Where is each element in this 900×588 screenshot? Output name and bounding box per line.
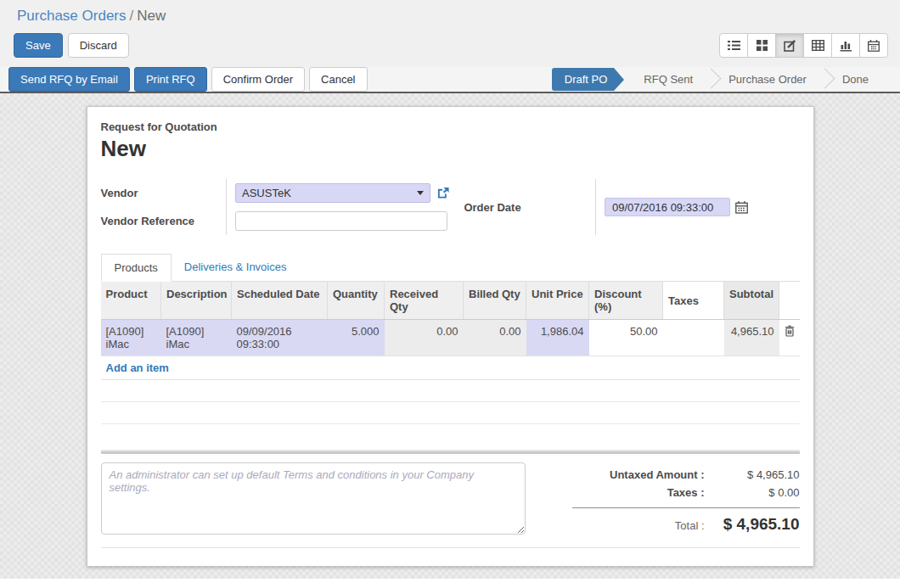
calendar-picker-button[interactable] xyxy=(735,201,748,214)
empty-line-row xyxy=(101,380,800,402)
cancel-button[interactable]: Cancel xyxy=(309,67,367,92)
confirm-order-button[interactable]: Confirm Order xyxy=(211,67,305,92)
cell-description[interactable]: [A1090] iMac xyxy=(161,320,232,356)
col-description: Description xyxy=(161,282,232,320)
add-an-item-link[interactable]: Add an item xyxy=(106,361,169,374)
vendor-label: Vendor xyxy=(101,179,227,207)
kanban-view-button[interactable] xyxy=(747,33,776,58)
kanban-view-icon xyxy=(757,40,768,51)
total-value: $ 4,965.10 xyxy=(705,515,800,534)
vendor-reference-label: Vendor Reference xyxy=(101,207,227,235)
order-date-label: Order Date xyxy=(464,179,595,235)
form-background: Request for Quotation New Vendor ASUSTeK xyxy=(0,93,900,579)
trash-icon xyxy=(785,325,795,337)
totals-separator xyxy=(101,450,800,454)
send-rfq-by-email-button[interactable]: Send RFQ by Email xyxy=(8,67,130,92)
calendar-view-button[interactable] xyxy=(859,33,888,58)
statusbar-step-draft-po[interactable]: Draft PO xyxy=(552,68,615,91)
total-label: Total : xyxy=(675,519,705,532)
col-unit-price: Unit Price xyxy=(526,282,589,320)
cell-quantity[interactable]: 5.000 xyxy=(328,320,385,356)
calendar-icon xyxy=(735,201,748,214)
statusbar: Draft PO RFQ Sent Purchase Order Done xyxy=(552,67,900,92)
list-view-icon xyxy=(728,40,740,51)
order-date-input[interactable] xyxy=(605,198,730,216)
untaxed-amount-label: Untaxed Amount : xyxy=(610,468,704,481)
col-product: Product xyxy=(101,282,161,320)
col-subtotal: Subtotal xyxy=(724,282,779,320)
taxes-total-label: Taxes : xyxy=(667,486,705,499)
graph-view-button[interactable] xyxy=(831,33,860,58)
print-rfq-button[interactable]: Print RFQ xyxy=(134,67,207,92)
tab-deliveries-invoices[interactable]: Deliveries & Invoices xyxy=(172,254,300,281)
view-switcher xyxy=(719,33,888,58)
add-item-row: Add an item xyxy=(101,356,800,380)
top-header: Purchase Orders/New Save Discard xyxy=(0,0,900,67)
breadcrumb-purchase-orders[interactable]: Purchase Orders xyxy=(17,8,127,24)
statusbar-step-done[interactable]: Done xyxy=(824,67,886,92)
vendor-reference-input[interactable] xyxy=(235,211,447,231)
calendar-view-icon xyxy=(868,40,880,52)
form-sheet: Request for Quotation New Vendor ASUSTeK xyxy=(87,106,814,567)
vendor-select-value: ASUSTeK xyxy=(242,187,291,199)
cell-product[interactable]: [A1090] iMac xyxy=(101,320,161,356)
toolbar: Save Discard xyxy=(0,26,900,67)
bottom-section: Untaxed Amount : $ 4,965.10 Taxes : $ 0.… xyxy=(101,462,800,536)
chevron-down-icon xyxy=(417,191,424,195)
vendor-select[interactable]: ASUSTeK xyxy=(235,183,430,203)
cell-scheduled-date[interactable]: 09/09/2016 09:33:00 xyxy=(232,320,328,356)
untaxed-amount-value: $ 4,965.10 xyxy=(705,468,800,481)
empty-line-row xyxy=(101,402,800,424)
cell-discount[interactable]: 50.00 xyxy=(589,320,663,356)
totals-panel: Untaxed Amount : $ 4,965.10 Taxes : $ 0.… xyxy=(572,462,800,536)
form-edit-icon xyxy=(784,39,796,52)
sheet-bottom-rule xyxy=(101,547,800,548)
cell-unit-price[interactable]: 1,986.04 xyxy=(526,320,589,356)
external-link-icon[interactable] xyxy=(436,187,450,199)
order-lines-table: Product Description Scheduled Date Quant… xyxy=(101,282,800,424)
delete-row-button[interactable] xyxy=(785,325,795,337)
list-view-button[interactable] xyxy=(719,33,748,58)
table-header-row: Product Description Scheduled Date Quant… xyxy=(101,282,800,320)
grid-view-icon xyxy=(812,40,824,51)
breadcrumb-current: New xyxy=(137,8,166,24)
grid-view-button[interactable] xyxy=(803,33,832,58)
cell-actions xyxy=(779,320,800,356)
col-taxes: Taxes xyxy=(663,282,724,320)
col-received-qty: Received Qty xyxy=(385,282,464,320)
breadcrumb: Purchase Orders/New xyxy=(0,0,900,26)
action-status-bar: Send RFQ by Email Print RFQ Confirm Orde… xyxy=(0,67,900,93)
col-discount: Discount (%) xyxy=(589,282,663,320)
tab-products[interactable]: Products xyxy=(101,254,172,282)
cell-received-qty: 0.00 xyxy=(385,320,464,356)
notebook-tabs: Products Deliveries & Invoices xyxy=(101,254,800,282)
sheet-subtitle: Request for Quotation xyxy=(101,120,800,133)
terms-conditions-textarea[interactable] xyxy=(101,462,526,535)
page-title: New xyxy=(101,136,800,162)
discard-button[interactable]: Discard xyxy=(68,33,129,58)
form-view-button[interactable] xyxy=(775,33,804,58)
bar-chart-icon xyxy=(840,40,852,52)
totals-divider xyxy=(572,507,800,508)
statusbar-step-purchase-order[interactable]: Purchase Order xyxy=(711,67,824,92)
field-groups: Vendor ASUSTeK Vendor Reference xyxy=(101,179,800,235)
breadcrumb-separator: / xyxy=(127,8,138,24)
col-scheduled-date: Scheduled Date xyxy=(232,282,328,320)
cell-billed-qty: 0.00 xyxy=(464,320,526,356)
col-actions xyxy=(779,282,800,320)
save-button[interactable]: Save xyxy=(14,33,63,58)
taxes-total-value: $ 0.00 xyxy=(705,486,800,499)
cell-subtotal: 4,965.10 xyxy=(724,320,779,356)
statusbar-step-rfq-sent[interactable]: RFQ Sent xyxy=(626,67,711,92)
table-row: [A1090] iMac [A1090] iMac 09/09/2016 09:… xyxy=(101,320,800,356)
col-billed-qty: Billed Qty xyxy=(464,282,526,320)
col-quantity: Quantity xyxy=(328,282,385,320)
cell-taxes[interactable] xyxy=(663,320,724,356)
